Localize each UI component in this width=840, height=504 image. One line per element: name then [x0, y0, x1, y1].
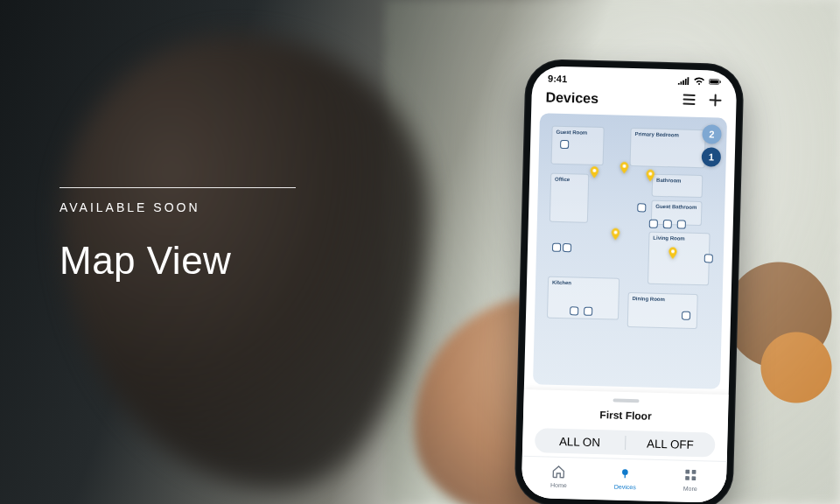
tab-label: Devices: [614, 484, 636, 491]
sheet-title: First Floor: [536, 407, 716, 424]
sheet-handle[interactable]: [612, 399, 639, 403]
device-icon[interactable]: [682, 312, 690, 320]
map-pin-icon[interactable]: [587, 165, 601, 179]
status-icons: [677, 76, 721, 88]
map-pin-icon[interactable]: [643, 168, 657, 182]
all-on-button[interactable]: ALL ON: [535, 428, 625, 455]
battery-icon: [709, 77, 721, 88]
floor-switcher: 2 1: [702, 124, 722, 167]
device-icon[interactable]: [570, 306, 578, 315]
device-icon[interactable]: [677, 220, 686, 228]
all-off-button[interactable]: ALL OFF: [625, 430, 715, 458]
promo-title: Map View: [60, 239, 296, 283]
svg-rect-2: [719, 80, 720, 83]
divider: [60, 187, 296, 188]
phone-frame: 9:41 Devices: [514, 59, 744, 504]
device-icon[interactable]: [563, 243, 571, 252]
header-actions: [682, 93, 723, 111]
tab-label: More: [683, 486, 697, 492]
svg-rect-10: [692, 470, 696, 474]
room-bathroom[interactable]: Bathroom: [652, 174, 704, 199]
wifi-icon: [693, 77, 705, 88]
home-icon: [552, 465, 566, 480]
room-primary-bedroom[interactable]: Primary Bedroom: [630, 128, 706, 168]
svg-rect-12: [691, 476, 696, 480]
floor-map[interactable]: Guest Room Primary Bedroom Office Bathro…: [533, 113, 727, 388]
svg-point-8: [622, 469, 628, 475]
floor-level-1[interactable]: 1: [702, 147, 722, 167]
map-pin-icon[interactable]: [608, 227, 622, 241]
bottom-sheet[interactable]: First Floor ALL ON ALL OFF: [522, 389, 729, 461]
device-icon[interactable]: [637, 203, 646, 212]
signal-icon: [677, 76, 690, 87]
plus-icon[interactable]: [708, 93, 723, 110]
more-icon: [683, 468, 697, 483]
floor-level-2[interactable]: 2: [702, 124, 722, 144]
tab-home[interactable]: Home: [550, 465, 567, 488]
room-guest-room[interactable]: Guest Room: [551, 126, 605, 166]
map-pin-icon[interactable]: [617, 161, 631, 175]
svg-rect-9: [685, 470, 690, 474]
device-icon[interactable]: [704, 254, 713, 262]
phone-screen: 9:41 Devices: [522, 66, 738, 503]
room-office[interactable]: Office: [550, 173, 589, 223]
map-pin-icon[interactable]: [666, 246, 680, 260]
device-icon[interactable]: [584, 307, 592, 316]
devices-icon: [618, 466, 632, 481]
tab-label: Home: [550, 482, 567, 488]
promo-scene: AVAILABLE SOON Map View 9:41: [0, 0, 840, 504]
device-icon[interactable]: [663, 220, 672, 228]
promo-kicker: AVAILABLE SOON: [60, 200, 296, 214]
device-icon[interactable]: [649, 220, 658, 228]
device-icon[interactable]: [560, 140, 569, 149]
tab-devices[interactable]: Devices: [614, 466, 637, 491]
tab-bar: Home Devices More: [522, 456, 727, 503]
device-icon[interactable]: [552, 243, 561, 252]
list-icon[interactable]: [682, 93, 696, 110]
tab-more[interactable]: More: [683, 468, 698, 492]
all-toggle: ALL ON ALL OFF: [535, 428, 716, 457]
svg-rect-1: [710, 80, 718, 83]
status-time: 9:41: [548, 73, 567, 84]
svg-rect-11: [685, 476, 690, 480]
promo-text: AVAILABLE SOON Map View: [60, 187, 296, 283]
page-title: Devices: [545, 89, 598, 107]
